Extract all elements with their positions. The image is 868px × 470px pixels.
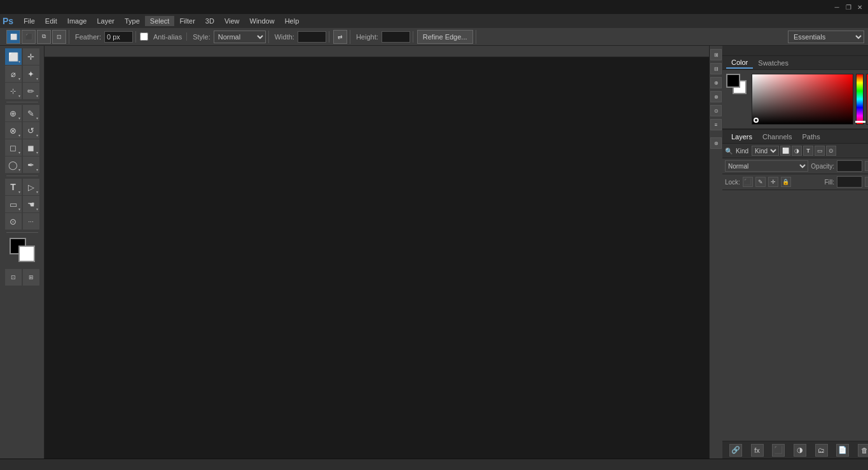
panel-icon-5[interactable]: ⊙ — [710, 105, 722, 116]
crop-tool[interactable]: ⊹▾ — [5, 83, 22, 99]
menu-help[interactable]: Help — [280, 16, 305, 26]
tab-color[interactable]: Color — [726, 57, 753, 69]
extra-tool[interactable]: ··· — [23, 213, 39, 230]
magic-wand-tool[interactable]: ✦▾ — [23, 66, 39, 82]
new-layer-btn[interactable]: 📄 — [836, 444, 849, 457]
panel-icon-3[interactable]: ⊕ — [710, 77, 722, 88]
filter-type-btn[interactable]: T — [803, 146, 813, 156]
menu-3d[interactable]: 3D — [200, 16, 219, 26]
subtract-selection-btn[interactable]: ⬛ — [22, 30, 36, 44]
color-picker-row — [726, 74, 868, 125]
fill-input[interactable] — [837, 176, 862, 188]
layer-mask-btn[interactable]: ⬛ — [772, 444, 785, 457]
canvas[interactable] — [45, 57, 709, 459]
background-color[interactable] — [18, 245, 35, 262]
filter-kind-select[interactable]: Kind — [752, 146, 779, 156]
swap-dimensions-btn[interactable]: ⇄ — [333, 30, 347, 44]
lock-label: Lock: — [725, 179, 740, 186]
lasso-tool[interactable]: ⌀▾ — [5, 66, 22, 82]
tool-row-extras: ⊡ ⊞ — [5, 269, 39, 286]
filter-smartobj-btn[interactable]: ⊙ — [826, 146, 836, 156]
rectangular-marquee-tool-btn[interactable]: ⬜ — [6, 30, 20, 44]
filter-shape-btn[interactable]: ▭ — [815, 146, 825, 156]
fill-dropdown-btn[interactable]: ▾ — [865, 177, 868, 187]
menu-image[interactable]: Image — [62, 16, 92, 26]
marquee-tool[interactable]: ⬜▾ — [5, 48, 22, 65]
intersect-selection-btn[interactable]: ⧉ — [37, 30, 51, 44]
close-button[interactable]: ✕ — [854, 2, 865, 12]
link-layers-btn[interactable]: 🔗 — [729, 444, 742, 457]
lock-transparent-btn[interactable]: ⬛ — [743, 177, 753, 187]
height-input[interactable] — [382, 31, 410, 43]
menu-edit[interactable]: Edit — [40, 16, 62, 26]
tab-layers[interactable]: Layers — [726, 132, 757, 142]
style-select[interactable]: Normal Fixed Ratio Fixed Size — [214, 31, 266, 43]
move-tool[interactable]: ✛ — [23, 48, 39, 65]
menu-window[interactable]: Window — [245, 16, 280, 26]
panel-icon-7[interactable]: ⊛ — [710, 137, 722, 149]
filter-adjustment-btn[interactable]: ◑ — [792, 146, 802, 156]
feather-input[interactable] — [104, 31, 133, 43]
stamp-tool[interactable]: ⊗▾ — [5, 122, 22, 139]
right-panel: ⊞ ⊟ ⊕ ⊗ ⊙ ≡ ⊛ « Color Swatches ≡ — [709, 46, 868, 459]
opacity-dropdown-btn[interactable]: ▾ — [865, 161, 868, 171]
panel-icon-6[interactable]: ≡ — [710, 119, 722, 130]
menu-filter[interactable]: Filter — [174, 16, 200, 26]
restore-button[interactable]: ❐ — [843, 2, 854, 12]
color-hue-bar[interactable] — [856, 74, 864, 125]
width-input[interactable] — [298, 31, 326, 43]
lock-position-btn[interactable]: ✛ — [768, 177, 778, 187]
delete-layer-btn[interactable]: 🗑 — [858, 444, 868, 457]
workspace-select[interactable]: Essentials Design Painting Photography — [788, 31, 864, 43]
screen-mode-btn[interactable]: ⊞ — [23, 269, 39, 286]
tab-swatches[interactable]: Swatches — [753, 58, 794, 68]
color-panel: Color Swatches ≡ — [722, 56, 868, 129]
panel-collapse-btn[interactable]: « — [722, 46, 868, 56]
tab-channels[interactable]: Channels — [757, 132, 797, 142]
toolbar-height-group: Height: — [352, 31, 413, 43]
panel-icon-4[interactable]: ⊗ — [710, 91, 722, 102]
color-gradient[interactable] — [752, 74, 853, 125]
anti-alias-checkbox[interactable] — [140, 32, 148, 41]
tool-row-2: ⌀▾ ✦▾ — [5, 66, 39, 82]
new-group-btn[interactable]: 🗂 — [815, 444, 828, 457]
rectangle-tool[interactable]: ▭▾ — [5, 196, 22, 212]
gradient-tool[interactable]: ◼▾ — [23, 139, 39, 156]
lock-pixels-btn[interactable]: ✎ — [755, 177, 766, 187]
eyedropper-tool[interactable]: ✏▾ — [23, 83, 39, 99]
pen-tool[interactable]: ✒▾ — [23, 156, 39, 173]
menu-file[interactable]: File — [18, 16, 40, 26]
color-fg-swatch[interactable] — [726, 74, 740, 88]
layer-style-btn[interactable]: fx — [751, 444, 764, 457]
menu-type[interactable]: Type — [120, 16, 145, 26]
blend-mode-select[interactable]: Normal Multiply Screen — [725, 160, 808, 172]
toolbar-antialias-group: Anti-alias — [137, 32, 187, 41]
opacity-input[interactable] — [837, 160, 862, 172]
history-brush-tool[interactable]: ↺▾ — [23, 122, 39, 139]
tab-paths[interactable]: Paths — [797, 132, 825, 142]
menu-view[interactable]: View — [219, 16, 245, 26]
panel-icon-2[interactable]: ⊟ — [710, 63, 722, 74]
menu-layer[interactable]: Layer — [92, 16, 120, 26]
lock-all-btn[interactable]: 🔒 — [781, 177, 791, 187]
panel-icon-1[interactable]: ⊞ — [710, 49, 722, 60]
minimize-button[interactable]: ─ — [831, 2, 843, 12]
anti-alias-label: Anti-alias — [153, 33, 182, 41]
type-tool[interactable]: T▾ — [5, 179, 22, 195]
quick-mask-btn[interactable]: ⊡ — [5, 269, 22, 286]
eraser-tool[interactable]: ◻▾ — [5, 139, 22, 156]
spot-healing-tool[interactable]: ⊕▾ — [5, 105, 22, 121]
hand-tool[interactable]: ☚▾ — [23, 196, 39, 212]
menu-select[interactable]: Select — [145, 16, 175, 26]
zoom-tool[interactable]: ⊙ — [5, 213, 22, 230]
filter-pixel-btn[interactable]: ⬜ — [780, 146, 790, 156]
brush-tool[interactable]: ✎▾ — [23, 105, 39, 121]
refine-edge-button[interactable]: Refine Edge... — [417, 30, 473, 44]
path-selection-tool[interactable]: ▷▾ — [23, 179, 39, 195]
color-fg-bg-area — [726, 74, 749, 97]
dodge-tool[interactable]: ◯▾ — [5, 156, 22, 173]
toolbar-workspace-group: Essentials Design Painting Photography — [788, 31, 864, 43]
adjustment-layer-btn[interactable]: ◑ — [794, 444, 806, 457]
tool-separator-3 — [6, 232, 38, 233]
exclude-selection-btn[interactable]: ⊡ — [52, 30, 66, 44]
